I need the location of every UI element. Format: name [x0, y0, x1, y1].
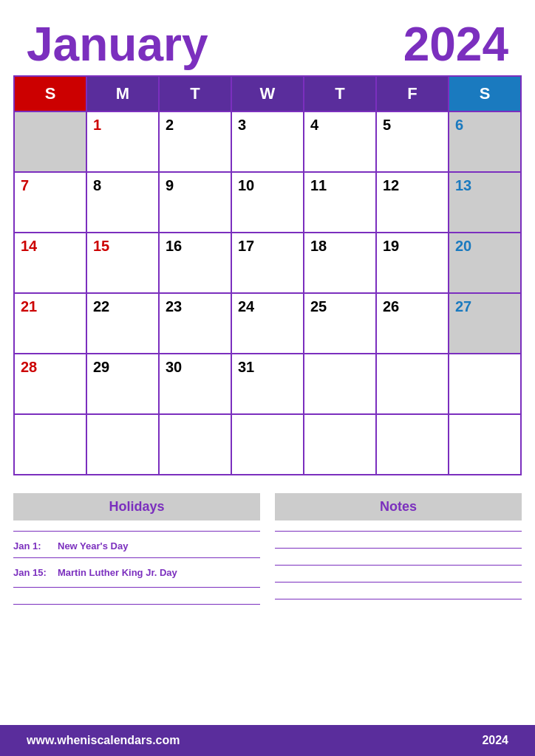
note-line-3 [275, 565, 522, 566]
calendar-day [304, 414, 376, 475]
calendar-week-5: 28293031 [14, 354, 521, 414]
calendar-table: S M T W T F S 12345678910111213141516171… [13, 75, 522, 475]
footer-year: 2024 [482, 734, 508, 747]
holidays-section: Holidays Jan 1: New Year's Day Jan 15: M… [13, 493, 260, 621]
bottom-section: Holidays Jan 1: New Year's Day Jan 15: M… [0, 475, 535, 628]
calendar-day: 18 [304, 233, 376, 293]
header-saturday: S [449, 76, 521, 111]
calendar-day [449, 354, 521, 414]
holidays-extra-line-1 [13, 587, 260, 588]
calendar-day [14, 414, 86, 475]
calendar-day [86, 414, 159, 475]
holidays-extra-line-2 [13, 604, 260, 605]
calendar-week-2: 78910111213 [14, 172, 521, 233]
header-wednesday: W [231, 76, 304, 111]
calendar-day: 23 [159, 293, 231, 354]
notes-section: Notes [275, 493, 522, 621]
calendar-day: 28 [14, 354, 86, 414]
calendar-day: 21 [14, 293, 86, 354]
calendar-day: 7 [14, 172, 86, 233]
calendar-wrapper: S M T W T F S 12345678910111213141516171… [0, 75, 535, 475]
calendar-day: 13 [449, 172, 521, 233]
holiday-name-1: New Year's Day [58, 540, 128, 551]
calendar-day: 6 [449, 111, 521, 172]
calendar-day: 9 [159, 172, 231, 233]
calendar-day: 3 [231, 111, 304, 172]
note-line-2 [275, 548, 522, 549]
calendar-day: 26 [376, 293, 449, 354]
header-friday: F [376, 76, 449, 111]
calendar-day: 19 [376, 233, 449, 293]
calendar-day [304, 354, 376, 414]
calendar-day: 14 [14, 233, 86, 293]
calendar-day: 25 [304, 293, 376, 354]
notes-header: Notes [275, 493, 522, 520]
calendar-day: 24 [231, 293, 304, 354]
calendar-week-6 [14, 414, 521, 475]
calendar-day [159, 414, 231, 475]
calendar-header: January 2024 [0, 0, 535, 75]
calendar-day: 4 [304, 111, 376, 172]
note-line-1 [275, 531, 522, 532]
calendar-day: 31 [231, 354, 304, 414]
calendar-day: 15 [86, 233, 159, 293]
calendar-week-3: 14151617181920 [14, 233, 521, 293]
calendar-day [14, 111, 86, 172]
calendar-day: 27 [449, 293, 521, 354]
header-sunday: S [14, 76, 86, 111]
year-title: 2024 [403, 21, 508, 68]
calendar-day [449, 414, 521, 475]
month-title: January [27, 21, 208, 68]
calendar-day: 11 [304, 172, 376, 233]
calendar-day: 2 [159, 111, 231, 172]
note-line-4 [275, 582, 522, 583]
calendar-day: 17 [231, 233, 304, 293]
holidays-divider-2 [13, 557, 260, 558]
calendar-day: 1 [86, 111, 159, 172]
footer-url: www.wheniscalendars.com [27, 734, 180, 747]
holidays-extra-lines [13, 587, 260, 605]
calendar-day: 20 [449, 233, 521, 293]
day-headers-row: S M T W T F S [14, 76, 521, 111]
calendar-week-1: 123456 [14, 111, 521, 172]
holiday-date-1: Jan 1: [13, 540, 50, 551]
holidays-header: Holidays [13, 493, 260, 520]
holiday-name-2: Martin Luther King Jr. Day [58, 567, 177, 578]
footer: www.wheniscalendars.com 2024 [0, 725, 535, 756]
calendar-day: 16 [159, 233, 231, 293]
holiday-item-2: Jan 15: Martin Luther King Jr. Day [13, 564, 260, 584]
calendar-day: 30 [159, 354, 231, 414]
calendar-day [376, 414, 449, 475]
note-line-5 [275, 599, 522, 599]
calendar-day: 12 [376, 172, 449, 233]
calendar-week-4: 21222324252627 [14, 293, 521, 354]
holidays-divider-top [13, 531, 260, 532]
header-tuesday: T [159, 76, 231, 111]
calendar-day: 8 [86, 172, 159, 233]
calendar-day [231, 414, 304, 475]
holiday-item-1: Jan 1: New Year's Day [13, 537, 260, 557]
calendar-day [376, 354, 449, 414]
calendar-day: 10 [231, 172, 304, 233]
header-monday: M [86, 76, 159, 111]
calendar-day: 29 [86, 354, 159, 414]
calendar-day: 22 [86, 293, 159, 354]
notes-lines [275, 531, 522, 599]
holiday-date-2: Jan 15: [13, 567, 50, 578]
header-thursday: T [304, 76, 376, 111]
calendar-day: 5 [376, 111, 449, 172]
